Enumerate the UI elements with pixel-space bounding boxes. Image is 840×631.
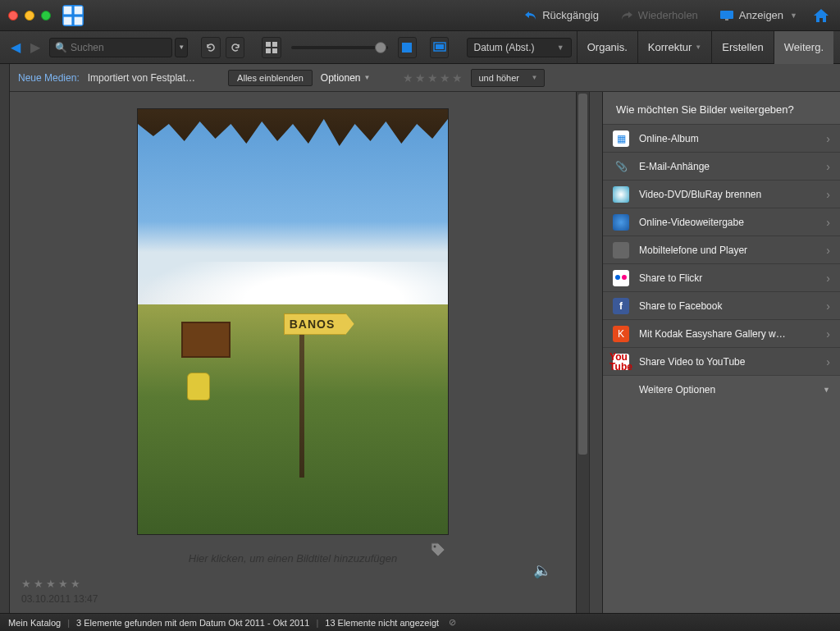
more-options-label: Weitere Optionen bbox=[639, 384, 715, 396]
viewer: BANOS 🔈 Hier klicken, um einen Bildtitel… bbox=[10, 92, 576, 613]
search-field[interactable]: 🔍 bbox=[49, 38, 172, 57]
svg-point-13 bbox=[434, 546, 436, 548]
rstar-5[interactable]: ★ bbox=[71, 578, 80, 590]
more-options[interactable]: Weitere Optionen ▼ bbox=[603, 375, 840, 403]
zoom-window-button[interactable] bbox=[41, 11, 51, 21]
undo-button[interactable]: Rückgängig bbox=[516, 6, 607, 25]
share-item-label: Mit Kodak Easyshare Gallery w… bbox=[639, 328, 816, 340]
photo[interactable]: BANOS bbox=[137, 108, 449, 535]
show-all-button[interactable]: Alles einblenden bbox=[228, 70, 313, 86]
thumbnail-grid-button[interactable] bbox=[262, 37, 281, 58]
redo-button: Wiederholen bbox=[612, 6, 706, 25]
search-input[interactable] bbox=[71, 42, 180, 53]
share-item-label: E-Mail-Anhänge bbox=[639, 161, 816, 172]
sort-dropdown[interactable]: Datum (Abst.) ▼ bbox=[467, 38, 572, 57]
flickr-icon bbox=[613, 270, 629, 286]
share-item-label: Share to Flickr bbox=[639, 272, 816, 284]
album-icon: ▦ bbox=[613, 130, 629, 147]
caption-field[interactable]: Hier klicken, um einen Bildtitel hinzuzu… bbox=[10, 544, 576, 573]
share-item-label: Share Video to YouTube bbox=[639, 356, 816, 368]
star-5[interactable]: ★ bbox=[452, 71, 463, 85]
scrollbar[interactable] bbox=[576, 92, 589, 613]
share-item-flickr[interactable]: Share to Flickr› bbox=[603, 263, 840, 291]
share-item-mail[interactable]: 📎E-Mail-Anhänge› bbox=[603, 152, 840, 180]
share-item-album[interactable]: ▦Online-Album› bbox=[603, 124, 840, 152]
tab-organize[interactable]: Organis. bbox=[577, 31, 637, 64]
display-menu[interactable]: Anzeigen ▼ bbox=[711, 6, 806, 25]
options-menu[interactable]: Optionen ▼ bbox=[321, 72, 371, 84]
share-item-fb[interactable]: fShare to Facebook› bbox=[603, 291, 840, 319]
share-item-phone[interactable]: Mobiltelefone und Player› bbox=[603, 235, 840, 263]
rating-stars[interactable]: ★★★★★ bbox=[21, 578, 564, 590]
share-item-label: Share to Facebook bbox=[639, 300, 816, 312]
share-item-kodak[interactable]: KMit Kodak Easyshare Gallery w…› bbox=[603, 319, 840, 347]
search-dropdown[interactable]: ▼ bbox=[175, 38, 188, 57]
catalog-name[interactable]: Mein Katalog bbox=[8, 618, 61, 628]
toolbar: ◀ ▶ 🔍 ▼ Datum (Abst.) ▼ Organis. Korrekt… bbox=[0, 31, 840, 64]
rotate-ccw-button[interactable] bbox=[201, 37, 221, 58]
star-4[interactable]: ★ bbox=[440, 71, 450, 85]
home-button[interactable] bbox=[810, 5, 832, 26]
splitter[interactable] bbox=[589, 92, 602, 613]
tab-create[interactable]: Erstellen bbox=[711, 31, 774, 64]
svg-rect-2 bbox=[64, 16, 72, 25]
svg-rect-6 bbox=[266, 42, 271, 47]
chevron-right-icon: › bbox=[826, 188, 830, 201]
rating-filter-label: und höher bbox=[478, 73, 519, 83]
share-item-label: Video-DVD/BluRay brennen bbox=[639, 189, 816, 200]
svg-rect-1 bbox=[75, 6, 83, 14]
undo-label: Rückgängig bbox=[542, 9, 599, 21]
undo-icon bbox=[524, 10, 537, 21]
svg-rect-12 bbox=[436, 44, 444, 49]
dvd-icon bbox=[613, 186, 629, 203]
zoom-slider[interactable] bbox=[291, 46, 387, 49]
new-media-label: Neue Medien: bbox=[18, 72, 80, 84]
clear-filter-icon[interactable]: ⊘ bbox=[449, 617, 456, 628]
chevron-right-icon: › bbox=[826, 244, 830, 257]
tab-correct[interactable]: Korrektur▼ bbox=[637, 31, 711, 64]
status-hidden: 13 Elemente nicht angezeigt bbox=[325, 618, 439, 628]
share-item-globe[interactable]: Online-Videoweitergabe› bbox=[603, 208, 840, 235]
app-switcher-icon[interactable] bbox=[62, 5, 84, 26]
rating-filter-stars[interactable]: ★ ★ ★ ★ ★ bbox=[403, 71, 463, 85]
sub-toolbar: Neue Medien: Importiert von Festplat… Al… bbox=[10, 64, 840, 92]
photo-date: 03.10.2011 13:47 bbox=[21, 593, 564, 605]
rstar-3[interactable]: ★ bbox=[46, 578, 56, 590]
chevron-right-icon: › bbox=[826, 299, 830, 313]
share-item-label: Mobiltelefone und Player bbox=[639, 245, 816, 256]
chevron-right-icon: › bbox=[826, 355, 830, 368]
main-tabs: Organis. Korrektur▼ Erstellen Weiterg. bbox=[577, 31, 833, 64]
fullscreen-button[interactable] bbox=[430, 37, 450, 58]
share-item-dvd[interactable]: Video-DVD/BluRay brennen› bbox=[603, 180, 840, 208]
svg-rect-10 bbox=[402, 43, 412, 53]
single-view-button[interactable] bbox=[398, 37, 418, 58]
star-1[interactable]: ★ bbox=[403, 71, 413, 85]
star-2[interactable]: ★ bbox=[415, 71, 426, 85]
chevron-right-icon: › bbox=[826, 132, 830, 145]
zoom-thumb[interactable] bbox=[375, 42, 386, 53]
search-icon: 🔍 bbox=[55, 42, 67, 53]
rstar-4[interactable]: ★ bbox=[58, 578, 68, 590]
share-item-label: Online-Album bbox=[639, 133, 816, 144]
rstar-1[interactable]: ★ bbox=[21, 578, 31, 590]
rstar-2[interactable]: ★ bbox=[34, 578, 43, 590]
tag-icon[interactable] bbox=[430, 542, 446, 558]
rotate-cw-button[interactable] bbox=[226, 37, 245, 58]
redo-label: Wiederholen bbox=[638, 9, 698, 21]
back-button[interactable]: ◀ bbox=[7, 39, 25, 57]
display-label: Anzeigen bbox=[739, 9, 783, 21]
svg-rect-7 bbox=[272, 42, 277, 47]
phone-icon bbox=[613, 242, 629, 258]
star-3[interactable]: ★ bbox=[427, 71, 438, 85]
rating-filter-mode[interactable]: und höher ▼ bbox=[471, 69, 545, 87]
sort-label: Datum (Abst.) bbox=[474, 42, 535, 53]
kodak-icon: K bbox=[613, 326, 629, 342]
close-window-button[interactable] bbox=[8, 11, 18, 21]
redo-icon bbox=[620, 10, 633, 21]
tab-share[interactable]: Weiterg. bbox=[774, 31, 833, 64]
audio-icon[interactable]: 🔈 bbox=[533, 561, 551, 579]
chevron-right-icon: › bbox=[826, 160, 830, 173]
minimize-window-button[interactable] bbox=[25, 11, 34, 21]
share-item-yt[interactable]: You TubeShare Video to YouTube› bbox=[603, 347, 840, 375]
scrollbar-thumb[interactable] bbox=[578, 94, 587, 455]
